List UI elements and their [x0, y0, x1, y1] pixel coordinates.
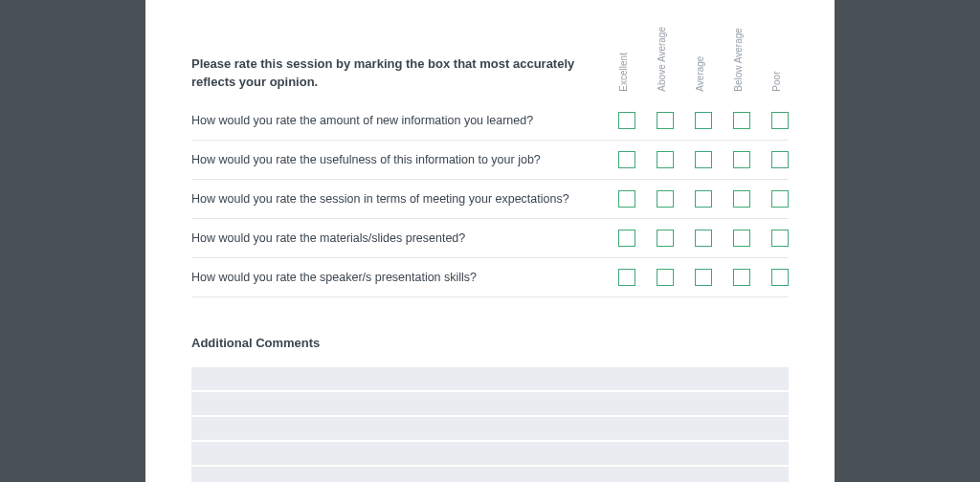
question-row: How would you rate the speaker/s present…	[191, 258, 789, 297]
checkbox-group	[618, 190, 789, 208]
rating-checkbox[interactable]	[695, 112, 712, 129]
rating-checkbox[interactable]	[733, 190, 750, 208]
rating-checkbox[interactable]	[695, 269, 712, 286]
rating-checkbox[interactable]	[733, 151, 750, 168]
question-row: How would you rate the session in terms …	[191, 180, 789, 219]
question-row: How would you rate the amount of new inf…	[191, 101, 789, 141]
question-row: How would you rate the materials/slides …	[191, 219, 789, 258]
comment-line	[191, 367, 789, 392]
rating-checkbox[interactable]	[657, 230, 674, 247]
comment-line	[191, 392, 789, 417]
rating-checkbox[interactable]	[657, 151, 674, 168]
rating-checkbox[interactable]	[618, 230, 635, 247]
checkbox-group	[618, 269, 789, 286]
rating-header-row: Please rate this session by marking the …	[191, 27, 789, 101]
rating-checkbox[interactable]	[771, 151, 789, 168]
checkbox-group	[618, 151, 789, 168]
rating-checkbox[interactable]	[618, 190, 635, 208]
question-text: How would you rate the materials/slides …	[191, 231, 618, 245]
rating-checkbox[interactable]	[657, 112, 674, 129]
scale-label-average: Average	[695, 27, 712, 92]
rating-checkbox[interactable]	[618, 151, 635, 168]
comments-section: Additional Comments	[191, 336, 789, 482]
scale-label-below-average: Below Average	[733, 27, 750, 92]
rating-section: Please rate this session by marking the …	[191, 27, 789, 297]
comment-line	[191, 417, 789, 442]
question-text: How would you rate the speaker/s present…	[191, 271, 618, 284]
comment-line	[191, 442, 789, 467]
rating-scale-labels: Excellent Above Average Average Below Av…	[618, 27, 789, 92]
scale-label-excellent: Excellent	[618, 27, 635, 92]
rating-checkbox[interactable]	[771, 190, 789, 208]
comments-input-area[interactable]	[191, 367, 789, 482]
rating-checkbox[interactable]	[695, 190, 712, 208]
question-text: How would you rate the session in terms …	[191, 192, 618, 206]
question-text: How would you rate the usefulness of thi…	[191, 153, 618, 166]
comment-line	[191, 467, 789, 482]
rating-checkbox[interactable]	[657, 269, 674, 286]
rating-checkbox[interactable]	[733, 112, 750, 129]
checkbox-group	[618, 112, 789, 129]
rating-checkbox[interactable]	[733, 269, 750, 286]
checkbox-group	[618, 230, 789, 247]
rating-checkbox[interactable]	[733, 230, 750, 247]
scale-label-poor: Poor	[771, 27, 789, 92]
rating-checkbox[interactable]	[771, 112, 789, 129]
rating-checkbox[interactable]	[618, 269, 635, 286]
scale-label-above-average: Above Average	[657, 27, 674, 92]
form-page: Please rate this session by marking the …	[145, 0, 835, 482]
rating-checkbox[interactable]	[657, 190, 674, 208]
rating-instruction: Please rate this session by marking the …	[191, 55, 618, 92]
rating-checkbox[interactable]	[771, 269, 789, 286]
comments-heading: Additional Comments	[191, 336, 789, 350]
question-text: How would you rate the amount of new inf…	[191, 114, 618, 127]
rating-checkbox[interactable]	[618, 112, 635, 129]
question-row: How would you rate the usefulness of thi…	[191, 141, 789, 180]
rating-checkbox[interactable]	[771, 230, 789, 247]
rating-checkbox[interactable]	[695, 151, 712, 168]
rating-checkbox[interactable]	[695, 230, 712, 247]
